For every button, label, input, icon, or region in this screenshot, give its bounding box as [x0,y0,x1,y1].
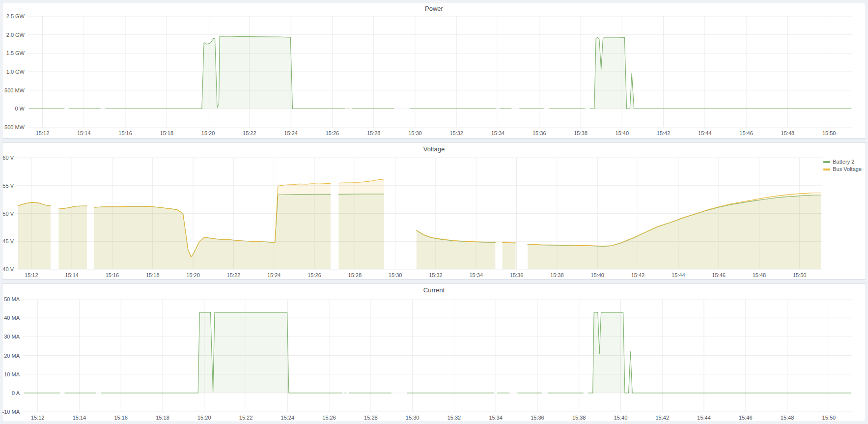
series-area [503,243,516,270]
x-tick-label: 15:32 [429,272,443,278]
legend-item-bus-voltage[interactable]: Bus Voltage [823,166,862,172]
legend-item-label: Bus Voltage [833,166,862,172]
y-tick-label: 10 MA [4,371,20,377]
power-panel: Power 2.5 GW2.0 GW1.5 GW1.0 GW500 MW0 W-… [2,2,866,139]
y-tick-label: 50 V [2,211,14,217]
legend-series-marker [823,169,830,170]
x-tick-label: 15:22 [227,272,241,278]
x-tick-label: 15:50 [822,130,836,136]
current-panel: Current 50 MA40 MA30 MA20 MA10 MA0 A-10 … [2,283,866,422]
series-area [101,312,342,393]
x-tick-label: 15:40 [616,130,629,136]
x-tick-label: 15:48 [781,415,794,421]
voltage-panel: Voltage 60 V55 V50 V45 V40 V15:1215:1415… [2,142,866,280]
y-tick-label: 40 MA [4,315,20,321]
x-tick-label: 15:50 [822,415,836,421]
x-tick-label: 15:36 [531,415,544,421]
x-tick-label: 15:28 [348,272,362,278]
series-line [590,37,851,109]
series-line [503,243,516,243]
x-tick-label: 15:48 [781,130,795,136]
series-area [528,193,821,270]
x-tick-label: 15:28 [364,415,378,421]
x-tick-label: 15:32 [449,130,463,136]
series-line [588,312,851,393]
series-area [590,37,851,109]
x-tick-label: 15:42 [657,130,671,136]
x-tick-label: 15:14 [65,272,79,278]
series-area [18,202,51,269]
x-tick-label: 15:18 [160,130,174,136]
x-tick-label: 15:20 [201,130,215,136]
y-tick-label: 1.5 GW [6,50,25,56]
x-tick-label: 15:30 [406,415,420,421]
legend-item-label: Battery 2 [833,159,854,165]
x-tick-label: 15:44 [697,415,711,421]
x-tick-label: 15:50 [793,272,807,278]
x-tick-label: 15:40 [590,272,604,278]
x-tick-label: 15:26 [326,130,339,136]
voltage-chart-canvas[interactable]: 60 V55 V50 V45 V40 V15:1215:1415:1615:18… [2,143,866,279]
x-tick-label: 15:46 [739,130,753,136]
x-tick-label: 15:20 [197,415,211,421]
y-tick-label: -10 MA [2,409,20,415]
x-tick-label: 15:38 [572,415,586,421]
x-tick-label: 15:12 [36,130,50,136]
series-area [338,179,384,269]
y-tick-label: 2.5 GW [6,13,25,19]
x-tick-label: 15:26 [308,272,321,278]
x-tick-label: 15:18 [146,272,160,278]
y-tick-label: 0 W [15,106,25,112]
x-tick-label: 15:42 [631,272,645,278]
x-tick-label: 15:18 [156,415,169,421]
x-tick-label: 15:16 [106,272,119,278]
x-tick-label: 15:36 [532,130,546,136]
x-tick-label: 15:14 [77,130,91,136]
x-tick-label: 15:46 [739,415,753,421]
series-area [58,206,87,269]
y-tick-label: 50 MA [4,296,20,302]
x-tick-label: 15:22 [243,130,256,136]
x-tick-label: 15:14 [73,415,86,421]
legend-series-marker [823,161,830,163]
y-tick-label: 2.0 GW [6,32,25,38]
x-tick-label: 15:28 [367,130,381,136]
x-tick-label: 15:44 [672,272,685,278]
y-tick-label: 30 MA [4,334,20,339]
series-area [588,312,851,393]
x-tick-label: 15:30 [408,130,422,136]
series-area [106,36,345,109]
x-tick-label: 15:34 [469,272,483,278]
x-tick-label: 15:24 [284,130,298,136]
y-tick-label: 1.0 GW [6,69,25,75]
x-tick-label: 15:24 [281,415,295,421]
y-tick-label: -500 MW [2,124,25,130]
x-tick-label: 15:44 [698,130,712,136]
y-tick-label: 60 V [2,155,14,161]
x-tick-label: 15:30 [389,272,402,278]
x-tick-label: 15:40 [614,415,628,421]
x-tick-label: 15:24 [267,272,281,278]
power-chart-canvas[interactable]: 2.5 GW2.0 GW1.5 GW1.0 GW500 MW0 W-500 MW… [2,2,866,138]
x-tick-label: 15:26 [322,415,336,421]
x-tick-label: 15:16 [118,130,132,136]
series-area [94,183,331,269]
legend-item-battery-2[interactable]: Battery 2 [823,159,862,165]
x-tick-label: 15:38 [574,130,588,136]
x-tick-label: 15:20 [186,272,200,278]
y-tick-label: 40 V [2,266,14,272]
x-tick-label: 15:38 [550,272,564,278]
x-tick-label: 15:12 [25,272,38,278]
y-tick-label: 500 MW [4,87,25,93]
voltage-legend: Battery 2Bus Voltage [823,159,862,172]
x-tick-label: 15:36 [510,272,524,278]
x-tick-label: 15:16 [114,415,128,421]
x-tick-label: 15:42 [656,415,670,421]
x-tick-label: 15:34 [489,415,503,421]
y-tick-label: 55 V [2,183,14,189]
y-tick-label: 20 MA [4,353,20,359]
x-tick-label: 15:46 [712,272,726,278]
current-chart-canvas[interactable]: 50 MA40 MA30 MA20 MA10 MA0 A-10 MA15:121… [2,284,866,422]
x-tick-label: 15:34 [491,130,505,136]
y-tick-label: 45 V [2,238,14,244]
